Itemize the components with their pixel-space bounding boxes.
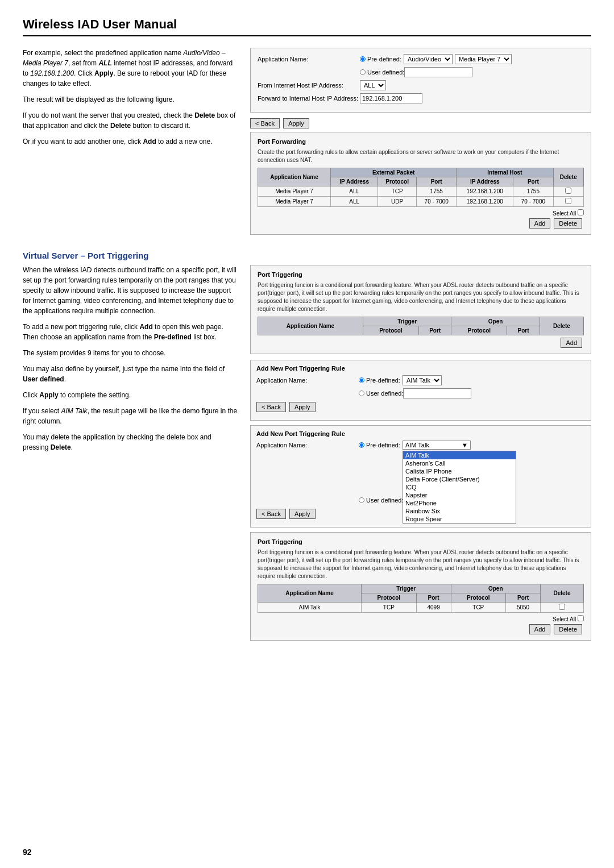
table-row: Media Player 7 ALL TCP 1755 192.168.1.20… <box>258 186 584 197</box>
pt-select-all-label: Select All <box>553 616 576 622</box>
add-pt-form1-title: Add New Port Triggering Rule <box>256 365 585 372</box>
th-int-port: Port <box>513 177 553 186</box>
pt-th-app: Application Name <box>258 317 363 335</box>
th-delete: Delete <box>553 168 584 186</box>
app-name-value: Pre-defined: Audio/Video Media Player 7 <box>360 54 512 64</box>
add-pt-user-row1: User defined: <box>256 388 585 398</box>
from-ip-select[interactable]: ALL <box>360 80 386 90</box>
dropdown-list[interactable]: AIM Talk Asheron's Call Calista IP Phone… <box>403 451 516 524</box>
select-all-row: Select All <box>258 209 584 217</box>
para-1: For example, select the predefined appli… <box>23 48 239 89</box>
vpt-para-5: Click Apply to complete the setting. <box>23 390 239 400</box>
predefined-sub-select[interactable]: Media Player 7 <box>455 54 512 64</box>
dropdown-selected: AIM Talk <box>405 442 429 448</box>
delete-checkbox-1[interactable] <box>565 188 571 194</box>
from-ip-row: From Internet Host IP Address: ALL <box>258 80 584 90</box>
vpt-para-1: When the wireless IAD detects outbound t… <box>23 265 239 316</box>
list-item[interactable]: Rogue Spear <box>403 515 516 523</box>
pt-res-th-trigger: Trigger <box>362 584 451 593</box>
add-pt-user-label2[interactable]: User defined: <box>359 497 403 504</box>
pt-delete-checkbox[interactable] <box>559 604 565 610</box>
pf-form-btns: < Back Apply <box>250 118 591 128</box>
list-item[interactable]: Rainbow Six <box>403 507 516 515</box>
list-item[interactable]: Napster <box>403 491 516 499</box>
pt-select-all-checkbox[interactable] <box>578 615 584 621</box>
th-ext-port: Port <box>417 177 457 186</box>
vpt-para-7: You may delete the application by checki… <box>23 432 239 452</box>
pf-add-button[interactable]: Add <box>529 218 551 229</box>
table-row: Media Player 7 ALL UDP 70 - 7000 192.168… <box>258 197 584 207</box>
add-pt-predefined-label1[interactable]: Pre-defined: <box>359 377 400 384</box>
predefined-select[interactable]: Audio/Video <box>404 54 453 64</box>
page-title: Wireless IAD User Manual <box>23 17 591 36</box>
th-int-ip: IP Address <box>457 177 513 186</box>
app-name-row: Application Name: Pre-defined: Audio/Vid… <box>258 54 584 64</box>
add-pt-predefined-select1[interactable]: AIM Talk <box>403 375 442 385</box>
add-pt-predefined-label2[interactable]: Pre-defined: <box>359 442 400 448</box>
pt-result-desc: Port triggering funcion is a conditional… <box>258 549 584 580</box>
pt-result-table: Application Name Trigger Open Delete Pro… <box>258 584 584 613</box>
user-defined-input[interactable] <box>404 67 472 77</box>
add-pt-apply-btn1[interactable]: Apply <box>289 402 316 412</box>
vpt-right-col: Port Triggering Port triggering funcion … <box>250 265 591 646</box>
th-ext-proto: Protocol <box>378 177 417 186</box>
add-pt-user-input1[interactable] <box>403 388 471 398</box>
list-item[interactable]: Delta Force (Client/Server) <box>403 475 516 483</box>
add-pt-apply-btn2[interactable]: Apply <box>289 509 316 519</box>
predefined-radio-label[interactable]: Pre-defined: <box>360 56 401 63</box>
vpt-heading: Virtual Server – Port Triggering <box>23 251 591 260</box>
pf-back-button[interactable]: < Back <box>250 118 280 128</box>
add-pt-app-row2: Application Name: Pre-defined: AIM Talk … <box>256 441 585 450</box>
pt-res-th-t-port: Port <box>416 593 451 603</box>
add-pt-predefined-radio2[interactable] <box>359 442 364 448</box>
add-pt-back-btn1[interactable]: < Back <box>256 402 286 412</box>
vpt-para-4: You may also define by yourself, just ty… <box>23 364 239 384</box>
add-pt-user-radio2[interactable] <box>359 497 364 503</box>
para-3: If you do not want the server that you c… <box>23 110 239 131</box>
list-item[interactable]: AIM Talk <box>403 451 516 459</box>
pt-res-th-app: Application Name <box>258 584 362 603</box>
pt-res-th-delete: Delete <box>540 584 583 603</box>
pt-th-trigger: Trigger <box>363 317 451 326</box>
user-defined-radio[interactable] <box>360 69 366 75</box>
pt-result-add-btn[interactable]: Add <box>529 624 551 634</box>
pt-result-panel: Port Triggering Port triggering funcion … <box>250 532 591 641</box>
vpt-para-3: The system provides 9 items for you to c… <box>23 348 239 358</box>
list-item[interactable]: Calista IP Phone <box>403 467 516 475</box>
select-all-checkbox[interactable] <box>578 209 584 215</box>
add-pt-user-label1[interactable]: User defined: <box>359 390 403 397</box>
predefined-radio[interactable] <box>360 56 366 62</box>
add-pt-back-btn2[interactable]: < Back <box>256 509 286 519</box>
add-pt-user-radio1[interactable] <box>359 391 364 396</box>
pf-table-desc: Create the port forwarding rules to allo… <box>258 148 584 164</box>
chevron-down-icon: ▼ <box>462 442 468 448</box>
add-pt-form1-btns: < Back Apply <box>256 402 585 412</box>
pf-delete-button[interactable]: Delete <box>554 218 582 229</box>
pt-result-delete-btn[interactable]: Delete <box>554 624 582 634</box>
pt-res-th-o-proto: Protocol <box>451 593 506 603</box>
pt-th-o-port: Port <box>507 326 540 335</box>
delete-checkbox-2[interactable] <box>565 198 571 204</box>
pf-apply-button[interactable]: Apply <box>283 118 309 128</box>
forward-ip-input[interactable] <box>360 93 422 103</box>
add-pt-predefined-radio1[interactable] <box>359 377 364 383</box>
para-2: The result will be displayed as the foll… <box>23 94 239 105</box>
dropdown-trigger[interactable]: AIM Talk ▼ <box>403 441 471 450</box>
pt-th-open: Open <box>451 317 540 326</box>
list-item[interactable]: ICQ <box>403 483 516 491</box>
pt-add-button[interactable]: Add <box>561 338 582 348</box>
pt-result-actions: Add Delete <box>258 624 584 634</box>
right-col-section1: Application Name: Pre-defined: Audio/Vid… <box>250 48 591 240</box>
page-number: 92 <box>23 848 32 857</box>
table-row: AIM Talk TCP 4099 TCP 5050 <box>258 603 584 613</box>
add-pt-app-row1: Application Name: Pre-defined: AIM Talk <box>256 375 585 385</box>
list-item[interactable]: Net2Phone <box>403 499 516 507</box>
pt-res-th-t-proto: Protocol <box>362 593 417 603</box>
user-defined-radio-label[interactable]: User defined: <box>360 69 404 76</box>
pt-th-t-proto: Protocol <box>363 326 418 335</box>
pt-res-th-o-port: Port <box>506 593 541 603</box>
add-pt-app-label1: Application Name: <box>256 377 359 384</box>
list-item[interactable]: Asheron's Call <box>403 459 516 467</box>
section1-text: For example, select the predefined appli… <box>23 48 239 240</box>
pt-desc-panel: Port Triggering Port triggering funcion … <box>250 265 591 354</box>
